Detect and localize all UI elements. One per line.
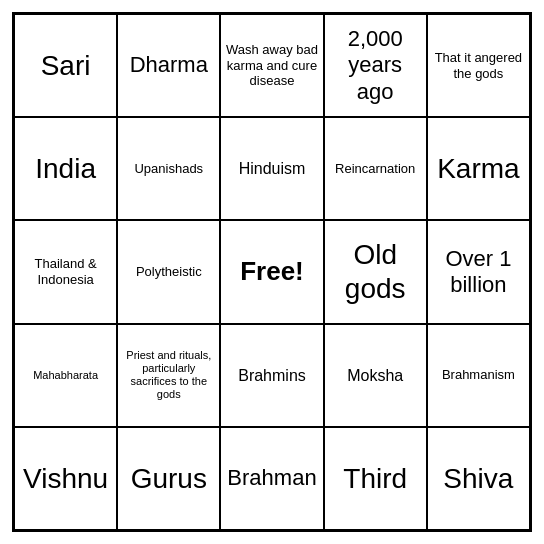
cell-text-16: Priest and rituals, particularly sacrifi…: [122, 349, 215, 402]
cell-text-23: Third: [343, 462, 407, 496]
cell-text-6: Upanishads: [134, 161, 203, 177]
bingo-cell-3: 2,000 years ago: [324, 14, 427, 117]
cell-text-18: Moksha: [347, 366, 403, 385]
cell-text-22: Brahman: [227, 465, 316, 491]
bingo-cell-13: Old gods: [324, 220, 427, 323]
cell-text-12: Free!: [240, 256, 304, 287]
bingo-cell-5: India: [14, 117, 117, 220]
bingo-cell-12: Free!: [220, 220, 323, 323]
bingo-cell-18: Moksha: [324, 324, 427, 427]
bingo-cell-9: Karma: [427, 117, 530, 220]
bingo-cell-7: Hinduism: [220, 117, 323, 220]
cell-text-2: Wash away bad karma and cure disease: [225, 42, 318, 89]
cell-text-13: Old gods: [329, 238, 422, 305]
bingo-cell-24: Shiva: [427, 427, 530, 530]
bingo-cell-20: Vishnu: [14, 427, 117, 530]
bingo-cell-6: Upanishads: [117, 117, 220, 220]
cell-text-21: Gurus: [131, 462, 207, 496]
bingo-cell-14: Over 1 billion: [427, 220, 530, 323]
cell-text-24: Shiva: [443, 462, 513, 496]
cell-text-17: Brahmins: [238, 366, 306, 385]
cell-text-20: Vishnu: [23, 462, 108, 496]
bingo-cell-15: Mahabharata: [14, 324, 117, 427]
bingo-cell-22: Brahman: [220, 427, 323, 530]
cell-text-8: Reincarnation: [335, 161, 415, 177]
cell-text-10: Thailand & Indonesia: [19, 256, 112, 287]
cell-text-19: Brahmanism: [442, 367, 515, 383]
bingo-cell-2: Wash away bad karma and cure disease: [220, 14, 323, 117]
cell-text-9: Karma: [437, 152, 519, 186]
cell-text-4: That it angered the gods: [432, 50, 525, 81]
cell-text-1: Dharma: [130, 52, 208, 78]
cell-text-3: 2,000 years ago: [329, 26, 422, 105]
bingo-board: SariDharmaWash away bad karma and cure d…: [12, 12, 532, 532]
cell-text-5: India: [35, 152, 96, 186]
cell-text-15: Mahabharata: [33, 369, 98, 382]
cell-text-0: Sari: [41, 49, 91, 83]
bingo-cell-4: That it angered the gods: [427, 14, 530, 117]
bingo-cell-19: Brahmanism: [427, 324, 530, 427]
bingo-cell-16: Priest and rituals, particularly sacrifi…: [117, 324, 220, 427]
bingo-cell-21: Gurus: [117, 427, 220, 530]
bingo-cell-11: Polytheistic: [117, 220, 220, 323]
cell-text-14: Over 1 billion: [432, 246, 525, 299]
bingo-cell-17: Brahmins: [220, 324, 323, 427]
bingo-cell-1: Dharma: [117, 14, 220, 117]
bingo-cell-8: Reincarnation: [324, 117, 427, 220]
bingo-cell-0: Sari: [14, 14, 117, 117]
cell-text-7: Hinduism: [239, 159, 306, 178]
bingo-cell-10: Thailand & Indonesia: [14, 220, 117, 323]
bingo-cell-23: Third: [324, 427, 427, 530]
cell-text-11: Polytheistic: [136, 264, 202, 280]
